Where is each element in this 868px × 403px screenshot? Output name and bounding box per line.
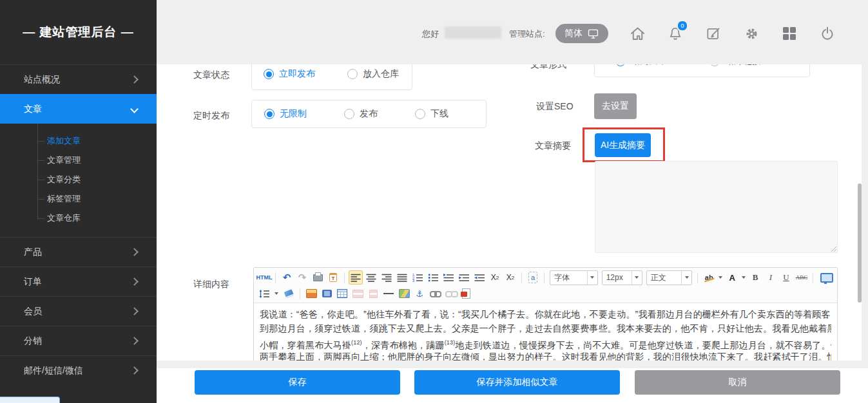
- sidebar-item[interactable]: 产品: [0, 237, 157, 267]
- detail-content-label: 详细内容: [193, 279, 229, 290]
- chevron-down-icon[interactable]: [717, 276, 724, 279]
- seo-label: 设置SEO: [536, 101, 574, 113]
- select-all-icon[interactable]: a: [526, 270, 540, 285]
- vertical-scrollbar-thumb[interactable]: [858, 183, 862, 303]
- radio-option[interactable]: 立即发布: [264, 68, 315, 80]
- summary-label: 文章摘要: [535, 140, 571, 152]
- format-clear-icon[interactable]: [282, 286, 296, 301]
- insert-pdf-icon[interactable]: [459, 286, 473, 301]
- undo-icon[interactable]: ↶: [280, 270, 294, 285]
- top-header: 您好 管理站点: 简体 0: [157, 0, 868, 64]
- justify-icon[interactable]: [395, 270, 409, 285]
- italic-icon[interactable]: I: [764, 270, 778, 285]
- radio-option[interactable]: 放入仓库: [347, 68, 399, 80]
- align-right-icon[interactable]: [380, 270, 394, 285]
- font-size-select[interactable]: 12px: [602, 270, 642, 285]
- power-icon[interactable]: [818, 24, 836, 42]
- chevron-right-icon: [130, 75, 139, 84]
- notification-badge: 0: [677, 20, 688, 32]
- indent-icon[interactable]: [457, 270, 471, 285]
- horizontal-rule-icon[interactable]: [381, 286, 396, 301]
- app-title: — 建站管理后台 —: [0, 0, 157, 64]
- ai-generate-summary-button[interactable]: AI生成摘要: [595, 133, 651, 157]
- anchor-icon[interactable]: ⚓: [412, 286, 427, 301]
- fullscreen-icon[interactable]: [820, 270, 834, 285]
- save-and-add-similar-button[interactable]: 保存并添加相似文章: [414, 370, 620, 395]
- strikethrough-icon[interactable]: ABC: [795, 270, 809, 285]
- subscript-icon[interactable]: X2: [488, 270, 502, 285]
- align-left-icon[interactable]: [349, 270, 363, 285]
- sidebar-item[interactable]: 站点概况: [0, 64, 157, 94]
- chevron-down-icon: [130, 105, 139, 113]
- radio-icon: [347, 69, 358, 79]
- language-label: 简体: [564, 28, 583, 39]
- line-height-icon[interactable]: [257, 286, 271, 301]
- submenu-item[interactable]: 标签管理: [0, 189, 157, 209]
- apps-grid-icon[interactable]: [780, 24, 798, 42]
- sidebar-item[interactable]: 邮件/短信/微信: [0, 355, 157, 385]
- print-icon[interactable]: [311, 270, 325, 285]
- unordered-list-icon[interactable]: [426, 270, 440, 285]
- chevron-down-icon: [632, 271, 642, 285]
- home-icon[interactable]: [628, 24, 646, 42]
- submenu-item[interactable]: 文章分类: [0, 170, 157, 189]
- font-family-select[interactable]: 字体: [550, 270, 598, 285]
- font-color-icon[interactable]: A: [725, 270, 739, 285]
- template-break-icon[interactable]: [366, 286, 380, 301]
- radio-option[interactable]: 发布: [344, 108, 378, 120]
- radio-icon: [415, 109, 425, 119]
- underline-icon[interactable]: U: [779, 270, 793, 285]
- auto-typeset-icon[interactable]: [441, 270, 456, 285]
- submenu-item[interactable]: 文章仓库: [0, 209, 157, 228]
- html-source-icon[interactable]: HTML: [257, 270, 271, 285]
- image-map-icon[interactable]: [397, 286, 411, 301]
- language-preview-button[interactable]: 简体: [555, 24, 608, 43]
- article-status-options: 立即发布放入仓库: [264, 68, 399, 80]
- radio-option[interactable]: 站外链接: [709, 64, 761, 67]
- radio-option[interactable]: 下线: [415, 108, 448, 120]
- chevron-down-icon: [587, 271, 597, 285]
- align-center-icon[interactable]: [364, 270, 378, 285]
- sidebar-item[interactable]: 会员: [0, 296, 157, 326]
- greeting-label: 您好: [422, 28, 439, 40]
- cancel-button[interactable]: 取消: [635, 370, 840, 395]
- chevron-right-icon: [130, 307, 139, 315]
- bold-icon[interactable]: B: [748, 270, 762, 285]
- submenu-item[interactable]: 添加文章: [0, 131, 157, 151]
- settings-icon[interactable]: [742, 24, 760, 42]
- bell-icon[interactable]: 0: [666, 24, 684, 42]
- insert-table-icon[interactable]: [335, 286, 349, 301]
- highlight-color-icon[interactable]: ab: [702, 270, 716, 285]
- submenu-item[interactable]: 文章管理: [0, 151, 157, 170]
- chevron-right-icon: [130, 337, 139, 345]
- radio-option[interactable]: 站内文章: [615, 64, 667, 67]
- article-submenu: 添加文章文章管理文章分类标签管理文章仓库: [0, 124, 157, 237]
- chevron-right-icon: [130, 366, 139, 375]
- link-icon[interactable]: [428, 286, 442, 301]
- svg-text:3: 3: [412, 279, 414, 282]
- page-break-icon[interactable]: [351, 286, 365, 301]
- unlink-icon[interactable]: [443, 286, 458, 301]
- summary-textarea[interactable]: [595, 161, 838, 253]
- redo-icon[interactable]: ↷: [295, 270, 309, 285]
- ordered-list-icon[interactable]: 123: [410, 270, 425, 285]
- seo-setup-button[interactable]: 去设置: [594, 93, 637, 119]
- superscript-icon[interactable]: X2: [503, 270, 517, 285]
- insert-video-icon[interactable]: [320, 286, 334, 301]
- edit-icon[interactable]: [704, 24, 722, 42]
- outdent-icon[interactable]: [472, 270, 487, 285]
- timed-publish-label: 定时发布: [193, 110, 229, 122]
- sidebar: — 建站管理后台 — 站点概况文章添加文章文章管理文章分类标签管理文章仓库产品订…: [0, 0, 157, 403]
- insert-image-icon[interactable]: [304, 286, 318, 301]
- sidebar-item[interactable]: 订单: [0, 267, 157, 296]
- radio-option[interactable]: 无限制: [264, 108, 307, 120]
- chevron-down-icon[interactable]: [740, 276, 747, 279]
- sidebar-item[interactable]: 文章: [0, 94, 157, 124]
- chevron-down-icon[interactable]: [273, 292, 280, 295]
- paragraph-style-select[interactable]: 正文: [646, 270, 692, 285]
- paste-as-text-icon[interactable]: [326, 270, 340, 285]
- chevron-down-icon: [681, 271, 691, 285]
- editor-content[interactable]: 我说道：“爸爸，你走吧。”他往车外看了看，说：“我买几个橘子去。你就在此地，不要…: [254, 303, 837, 361]
- sidebar-item[interactable]: 分销: [0, 326, 157, 355]
- save-button[interactable]: 保存: [195, 370, 400, 395]
